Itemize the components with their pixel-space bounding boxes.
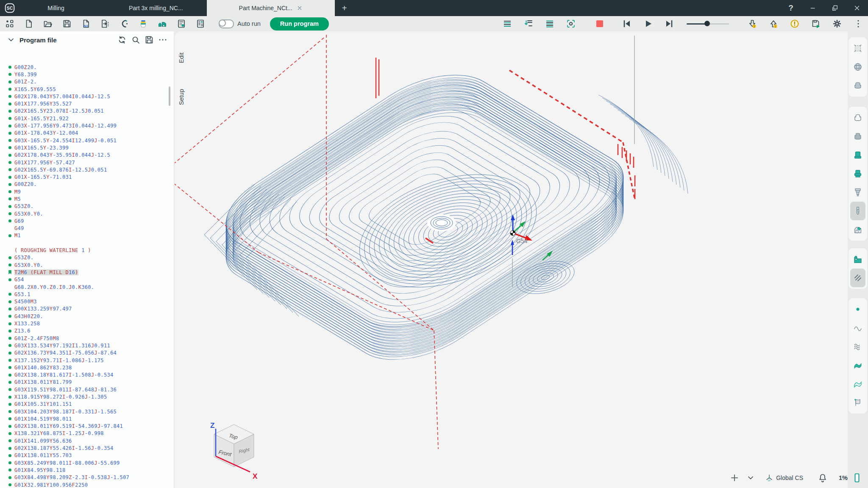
gcode-line[interactable]: G00Z20. (0, 181, 174, 188)
tool-stack-icon[interactable] (138, 18, 149, 29)
tab-part-machine[interactable]: Part Machine_NCt... (207, 0, 335, 16)
step-into-icon[interactable] (523, 18, 534, 29)
save-icon[interactable] (61, 18, 72, 29)
gcode-line[interactable]: G02X136.73Y94.351I-75.056J-87.64 (0, 349, 174, 357)
apps-grid-icon[interactable] (4, 18, 15, 29)
curve-icon[interactable] (850, 319, 865, 337)
notifications-bell-icon[interactable] (818, 473, 828, 483)
solid-model-icon[interactable] (850, 76, 865, 95)
calculator-icon[interactable] (176, 18, 187, 29)
warning-circle-icon[interactable] (789, 18, 800, 29)
refresh-icon[interactable] (117, 35, 127, 45)
gcode-line[interactable]: G02X138.187Y55.426I-1.56J-0.354 (0, 444, 174, 452)
more-options-icon[interactable] (158, 35, 168, 45)
to-end-button[interactable] (664, 18, 675, 29)
collapse-chevron-icon[interactable] (6, 35, 16, 45)
gcode-line[interactable]: G02X178.043Y57.004I0.044J-12.5 (0, 93, 174, 100)
gcode-line[interactable]: M1 (0, 232, 174, 239)
surface-light-icon[interactable] (850, 374, 865, 393)
new-file-icon[interactable] (23, 18, 34, 29)
lines-icon[interactable] (544, 18, 555, 29)
wcs-triad[interactable]: G54 (510, 214, 553, 260)
kebab-menu-icon[interactable] (853, 18, 864, 29)
fixture-icon[interactable] (850, 164, 865, 183)
gcode-line[interactable]: G68.2X0.Y0.Z0.I0.J0.K360. (0, 283, 174, 291)
gcode-line[interactable]: G01Z-2. (0, 78, 174, 86)
minimize-button[interactable] (802, 0, 824, 16)
gcode-line[interactable]: X133.258 (0, 320, 174, 327)
view-options-chevron-icon[interactable] (746, 473, 756, 483)
simulate-gear-icon[interactable] (565, 18, 576, 29)
gcode-line[interactable]: T2M6 (FLAT MILL D16) (0, 269, 174, 276)
gcode-line[interactable]: G54 (0, 276, 174, 283)
stop-button[interactable] (594, 18, 605, 29)
gcode-line[interactable]: G01X177.956Y-57.427 (0, 159, 174, 166)
gcode-line[interactable]: G53X0.Y0. (0, 210, 174, 217)
gcode-line[interactable]: G01X105.31Y101.151 (0, 401, 174, 408)
gcode-line[interactable]: Z13.6 (0, 327, 174, 335)
to-start-button[interactable] (621, 18, 632, 29)
gcode-line[interactable]: X137.152Y93.71I-1.086J-1.175 (0, 357, 174, 364)
gcode-line[interactable]: G53X0.Y0. (0, 261, 174, 269)
stock-boundary-icon[interactable] (850, 39, 865, 58)
restore-button[interactable] (824, 0, 846, 16)
gcode-line[interactable]: G01X165.5Y-23.399 (0, 144, 174, 151)
gcode-line[interactable]: G43H0Z20. (0, 313, 174, 320)
viewport-3d[interactable]: Edit Setup (175, 31, 848, 488)
gcode-line[interactable]: G53Z0. (0, 254, 174, 261)
gcode-line[interactable]: M5 (0, 195, 174, 202)
gcode-line[interactable]: G02X178.043Y-35.95I0.044J-12.5 (0, 152, 174, 159)
speed-slider[interactable] (687, 23, 729, 25)
tab-milling[interactable]: Milling (19, 0, 92, 16)
help-button[interactable]: ? (780, 0, 802, 16)
gcode-line[interactable]: X118.915Y98.272I-0.926J-1.305 (0, 393, 174, 400)
waterlines-icon[interactable] (502, 18, 513, 29)
tool-icon[interactable] (850, 202, 865, 220)
gcode-line[interactable]: X165.5Y69.555 (0, 86, 174, 93)
save-program-icon[interactable] (144, 35, 154, 45)
mesh-sphere-icon[interactable] (850, 58, 865, 76)
gcode-line[interactable]: G03X84.498Y98.209Z-2.3I-0.538J-1.507 (0, 474, 174, 481)
new-tab-button[interactable]: + (335, 0, 354, 16)
gcode-line[interactable]: G01X32.981Y100.956F2250 (0, 481, 174, 488)
upload-warning-icon[interactable]: ! (768, 18, 779, 29)
tab-part-3x-milling[interactable]: Part 3x milling_NC... (118, 0, 194, 16)
cs-name[interactable]: Global CS (776, 474, 803, 481)
gcode-line[interactable]: G00Z20. (0, 64, 174, 71)
export-file-icon[interactable] (100, 18, 111, 29)
surfaces-icon[interactable] (850, 337, 865, 356)
gcode-line[interactable]: X138.321Y68.875I-1.25J-0.998 (0, 430, 174, 437)
gcode-line[interactable]: S4500M3 (0, 298, 174, 305)
settings-gear-icon[interactable] (832, 18, 843, 29)
magnet-icon[interactable] (119, 18, 130, 29)
gcode-line[interactable] (0, 239, 174, 247)
feature-flag-icon[interactable] (850, 393, 865, 412)
gcode-line[interactable]: G01X-178.043Y-12.004 (0, 130, 174, 137)
gcode-line[interactable]: G49 (0, 225, 174, 232)
gcode-line[interactable]: G02X138.18Y81.617I-1.508J-0.534 (0, 371, 174, 378)
gcode-line[interactable]: G01X141.099Y56.636 (0, 437, 174, 444)
gcode-line[interactable]: G03X133.534Y97.192I1.316J0.911 (0, 342, 174, 349)
search-icon[interactable] (131, 35, 141, 45)
open-folder-icon[interactable] (42, 18, 53, 29)
gcode-line[interactable]: G53Z0. (0, 203, 174, 210)
gcode-line[interactable]: G03X-177.956Y9.473I0.044J-12.499 (0, 122, 174, 129)
coordinate-system-icon[interactable] (764, 473, 774, 483)
point-icon[interactable] (850, 300, 865, 319)
gcode-line[interactable]: G03X104.203Y98.187I-0.331J-1.565 (0, 408, 174, 415)
zoom-in-icon[interactable] (729, 473, 740, 483)
auto-run-toggle[interactable] (219, 19, 234, 28)
program-list-icon[interactable] (195, 18, 206, 29)
gcode-line[interactable]: G01X84.95Y98.118 (0, 466, 174, 474)
download-warning-icon[interactable]: ! (747, 18, 758, 29)
gcode-line[interactable]: G02X165.5Y-69.876I-12.5J0.051 (0, 166, 174, 173)
run-program-button[interactable]: Run program (270, 17, 329, 30)
gcode-line[interactable]: ( ROUGHING WATERLINE 1 ) (0, 247, 174, 254)
play-button[interactable] (643, 18, 654, 29)
gcode-line[interactable]: G01X104.519Y98.011 (0, 415, 174, 422)
tab-close-icon[interactable] (297, 5, 303, 11)
gcode-line[interactable]: G03X85.249Y98.011I-88.006J-55.699 (0, 459, 174, 466)
machines-icon[interactable] (157, 18, 168, 29)
gcode-line[interactable]: G01X140.862Y83.238 (0, 364, 174, 371)
gcode-line[interactable]: G01X138.011Y55.703 (0, 452, 174, 459)
